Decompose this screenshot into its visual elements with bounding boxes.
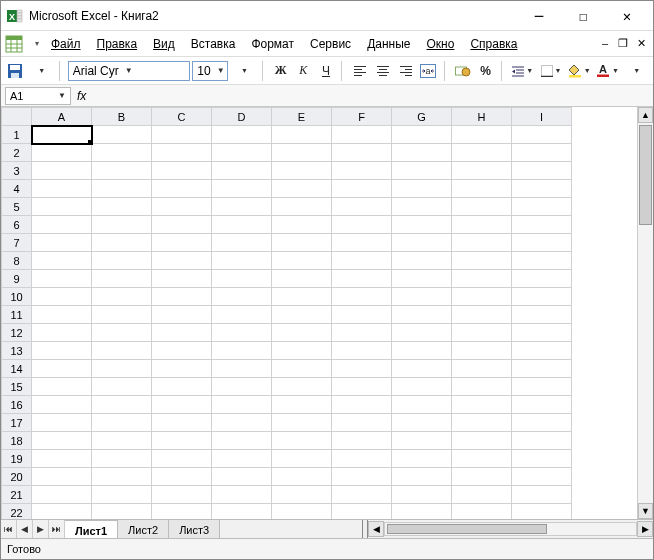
column-header[interactable]: I — [512, 108, 572, 126]
cell[interactable] — [392, 396, 452, 414]
hscroll-track[interactable] — [384, 522, 637, 536]
cell[interactable] — [332, 162, 392, 180]
cell[interactable] — [272, 396, 332, 414]
menu-file[interactable]: Файл — [47, 35, 85, 53]
cell[interactable] — [152, 432, 212, 450]
cell[interactable] — [392, 216, 452, 234]
cell[interactable] — [32, 504, 92, 520]
cell[interactable] — [392, 306, 452, 324]
cell[interactable] — [152, 324, 212, 342]
cell[interactable] — [392, 126, 452, 144]
cell[interactable] — [452, 378, 512, 396]
font-color-dropdown[interactable]: A▼ — [594, 60, 620, 82]
cell[interactable] — [392, 144, 452, 162]
cell[interactable] — [272, 360, 332, 378]
cell[interactable] — [332, 396, 392, 414]
cell[interactable] — [512, 252, 572, 270]
cell[interactable] — [332, 342, 392, 360]
underline-button[interactable]: Ч — [316, 60, 337, 82]
cell[interactable] — [512, 162, 572, 180]
cell[interactable] — [272, 180, 332, 198]
sheet-tab[interactable]: Лист3 — [169, 520, 220, 538]
row-header[interactable]: 20 — [2, 468, 32, 486]
row-header[interactable]: 2 — [2, 144, 32, 162]
cell[interactable] — [272, 450, 332, 468]
cell[interactable] — [512, 486, 572, 504]
cell[interactable] — [92, 198, 152, 216]
cell[interactable] — [392, 198, 452, 216]
row-header[interactable]: 7 — [2, 234, 32, 252]
cell[interactable] — [32, 396, 92, 414]
cell[interactable] — [512, 504, 572, 520]
cell[interactable] — [32, 306, 92, 324]
cell[interactable] — [92, 378, 152, 396]
cell[interactable] — [512, 360, 572, 378]
cell[interactable] — [272, 378, 332, 396]
row-header[interactable]: 18 — [2, 432, 32, 450]
cell[interactable] — [452, 126, 512, 144]
cell[interactable] — [512, 288, 572, 306]
fill-color-dropdown[interactable]: ▼ — [566, 60, 592, 82]
cell[interactable] — [32, 324, 92, 342]
row-header[interactable]: 16 — [2, 396, 32, 414]
cell[interactable] — [212, 126, 272, 144]
cell[interactable] — [92, 306, 152, 324]
row-header[interactable]: 8 — [2, 252, 32, 270]
cell[interactable] — [272, 432, 332, 450]
cell[interactable] — [152, 180, 212, 198]
row-header[interactable]: 17 — [2, 414, 32, 432]
align-center-button[interactable] — [373, 60, 394, 82]
cell[interactable] — [452, 180, 512, 198]
cell[interactable] — [152, 234, 212, 252]
cell[interactable] — [452, 216, 512, 234]
cell[interactable] — [272, 468, 332, 486]
fx-icon[interactable]: fx — [77, 89, 86, 103]
cell[interactable] — [392, 486, 452, 504]
cell[interactable] — [452, 144, 512, 162]
cell[interactable] — [32, 180, 92, 198]
cell[interactable] — [272, 414, 332, 432]
column-header[interactable]: F — [332, 108, 392, 126]
cell[interactable] — [32, 378, 92, 396]
sheet-tab[interactable]: Лист2 — [118, 520, 169, 538]
tab-nav-next[interactable]: ▶ — [33, 520, 49, 538]
cell[interactable] — [512, 216, 572, 234]
cell[interactable] — [152, 378, 212, 396]
close-button[interactable]: ✕ — [605, 2, 649, 30]
cell[interactable] — [332, 126, 392, 144]
cell[interactable] — [332, 360, 392, 378]
cell[interactable] — [212, 288, 272, 306]
cell[interactable] — [92, 126, 152, 144]
cell[interactable] — [212, 252, 272, 270]
cell[interactable] — [32, 360, 92, 378]
vscroll-track[interactable] — [638, 123, 653, 503]
cell[interactable] — [92, 468, 152, 486]
cell[interactable] — [332, 234, 392, 252]
cell[interactable] — [392, 342, 452, 360]
cell[interactable] — [512, 234, 572, 252]
cell[interactable] — [392, 468, 452, 486]
column-header[interactable]: G — [392, 108, 452, 126]
menu-view[interactable]: Вид — [149, 35, 179, 53]
cell[interactable] — [212, 306, 272, 324]
vertical-scrollbar[interactable]: ▲ ▼ — [637, 107, 653, 519]
cell[interactable] — [332, 288, 392, 306]
cell[interactable] — [32, 270, 92, 288]
cell[interactable] — [32, 234, 92, 252]
row-header[interactable]: 22 — [2, 504, 32, 520]
minimize-button[interactable]: ─ — [517, 2, 561, 30]
doc-close-button[interactable]: ✕ — [633, 37, 649, 50]
cell[interactable] — [272, 324, 332, 342]
cell[interactable] — [452, 306, 512, 324]
cell[interactable] — [212, 486, 272, 504]
cell[interactable] — [392, 252, 452, 270]
cell[interactable] — [272, 252, 332, 270]
row-header[interactable]: 5 — [2, 198, 32, 216]
cell[interactable] — [272, 288, 332, 306]
cell[interactable] — [92, 486, 152, 504]
cell[interactable] — [452, 198, 512, 216]
row-header[interactable]: 19 — [2, 450, 32, 468]
column-header[interactable]: E — [272, 108, 332, 126]
column-header[interactable]: H — [452, 108, 512, 126]
cell[interactable] — [92, 234, 152, 252]
